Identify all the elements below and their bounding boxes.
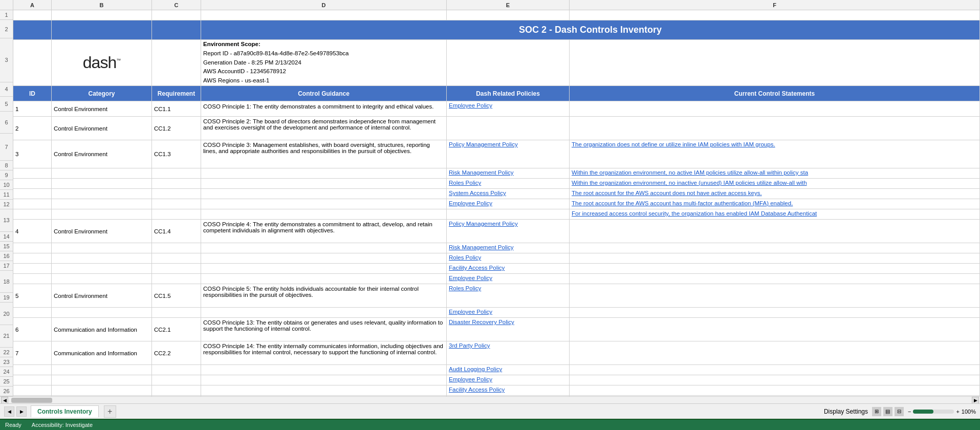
scroll-thumb[interactable] xyxy=(11,398,52,403)
stmt-link-3-1[interactable]: Within the organization environment, no … xyxy=(572,169,808,176)
cell-d12 xyxy=(201,209,447,219)
row-num-9: 9 xyxy=(0,170,13,180)
cell-stmt-3-1: Within the organization environment, no … xyxy=(570,168,980,178)
cell-d17 xyxy=(201,274,447,284)
cell-policy-4-3: Facility Access Policy xyxy=(447,264,570,273)
page-break-icon[interactable]: ⊟ xyxy=(895,407,904,416)
zoom-out-btn[interactable]: − xyxy=(908,408,911,415)
cell-c24 xyxy=(152,385,201,395)
header-control-guidance: Control Guidance xyxy=(201,86,447,101)
policy-link-3-4[interactable]: Employee Policy xyxy=(449,200,492,206)
policy-link-3-1[interactable]: Risk Management Policy xyxy=(449,169,514,176)
cell-cat-7: Communication and Information xyxy=(52,341,152,364)
policy-link-5-0[interactable]: Roles Policy xyxy=(449,285,481,291)
policy-link-7-0[interactable]: 3rd Party Policy xyxy=(449,342,490,349)
cell-guid-7: COSO Principle 14: The entity internally… xyxy=(201,341,447,364)
policy-link-4-1[interactable]: Risk Management Policy xyxy=(449,244,514,250)
header-category: Category xyxy=(52,86,152,101)
header-id: ID xyxy=(13,86,52,101)
col-header-f[interactable]: F xyxy=(570,0,980,10)
policy-link-4-4[interactable]: Employee Policy xyxy=(449,275,492,281)
policy-link-4-0[interactable]: Policy Management Policy xyxy=(449,221,518,227)
grid-row-7: 3 Control Environment CC1.3 COSO Princip… xyxy=(13,140,980,168)
row-num-16: 16 xyxy=(0,251,13,261)
env-gen-date: Generation Date - 8:25 PM 2/13/2024 xyxy=(203,58,349,68)
policy-link-7-1[interactable]: Audit Logging Policy xyxy=(449,366,502,372)
horizontal-scroll[interactable]: ◀ ▶ xyxy=(0,396,980,403)
cell-cat-2: Control Environment xyxy=(52,117,152,140)
cell-cat-3: Control Environment xyxy=(52,140,152,168)
cell-req-1: CC1.1 xyxy=(152,101,201,116)
policy-link-3-2[interactable]: Roles Policy xyxy=(449,180,481,186)
cell-req-7: CC2.2 xyxy=(152,341,201,364)
cell-policy-4-1: Risk Management Policy xyxy=(447,243,570,253)
policy-link-7-3[interactable]: Facility Access Policy xyxy=(449,386,505,393)
cell-id-1: 1 xyxy=(13,101,52,116)
cell-req-5: CC1.5 xyxy=(152,284,201,307)
cell-id-5: 5 xyxy=(13,284,52,307)
scroll-left-btn[interactable]: ◀ xyxy=(1,397,8,404)
controls-inventory-tab[interactable]: Controls Inventory xyxy=(31,405,99,417)
col-header-b[interactable]: B xyxy=(52,0,152,10)
grid-row-18: 5 Control Environment CC1.5 COSO Princip… xyxy=(13,284,980,308)
row-num-2: 2 xyxy=(0,20,13,38)
col-header-c[interactable]: C xyxy=(152,0,201,10)
policy-link-4-2[interactable]: Roles Policy xyxy=(449,254,481,261)
env-scope-cell: Environment Scope: Report ID - a87a90c89… xyxy=(201,40,447,85)
cell-c14 xyxy=(152,243,201,253)
cell-policy-4-4: Employee Policy xyxy=(447,274,570,284)
cell-policy-7-2: Employee Policy xyxy=(447,375,570,385)
cell-d14 xyxy=(201,243,447,253)
cell-stmt-3-3: The root account for the AWS account doe… xyxy=(570,189,980,199)
cell-stmt-7 xyxy=(570,341,980,364)
stmt-link-3-5[interactable]: For increased access control security, t… xyxy=(572,210,817,217)
col-header-d[interactable]: D xyxy=(201,0,447,10)
col-header-a[interactable]: A xyxy=(13,0,52,10)
stmt-link-3-4[interactable]: The root account for the AWS account has… xyxy=(572,200,793,206)
cell-guid-5: COSO Principle 5: The entity holds indiv… xyxy=(201,284,447,307)
cell-a12 xyxy=(13,209,52,219)
policy-link-4-3[interactable]: Facility Access Policy xyxy=(449,265,505,271)
zoom-in-btn[interactable]: + xyxy=(956,408,959,415)
cell-c3 xyxy=(152,40,201,85)
col-header-e[interactable]: E xyxy=(447,0,570,10)
page-layout-icon[interactable]: ▤ xyxy=(883,407,892,416)
policy-link-3-3[interactable]: System Access Policy xyxy=(449,190,506,196)
cell-a23 xyxy=(13,375,52,385)
policy-link-6-0[interactable]: Disaster Recovery Policy xyxy=(449,319,514,325)
spreadsheet-app: A B C D E F 1 2 3 4 5 6 7 8 9 10 11 12 1… xyxy=(0,0,980,430)
stmt-link-3-3[interactable]: The root account for the AWS account doe… xyxy=(572,190,762,196)
grid-row-4: ID Category Requirement Control Guidance… xyxy=(13,86,980,101)
logo: dash™ xyxy=(83,53,120,72)
policy-link-3-0[interactable]: Policy Management Policy xyxy=(449,141,518,147)
sheet-nav-prev[interactable]: ◀ xyxy=(4,406,14,417)
stmt-link-3-2[interactable]: Within the organization environment, no … xyxy=(572,180,807,186)
env-aws-account: AWS AccountID - 12345678912 xyxy=(203,67,349,76)
cell-c19 xyxy=(152,308,201,317)
grid-row-8: Risk Management Policy Within the organi… xyxy=(13,168,980,179)
cell-a2 xyxy=(13,20,52,39)
zoom-control: − + 100% xyxy=(908,408,976,415)
cell-policy-5-0: Roles Policy xyxy=(447,284,570,307)
row-num-25: 25 xyxy=(0,377,13,386)
cell-f24 xyxy=(570,385,980,395)
display-settings-label[interactable]: Display Settings xyxy=(824,408,868,415)
zoom-slider[interactable] xyxy=(913,410,954,414)
policy-link-7-2[interactable]: Employee Policy xyxy=(449,376,492,382)
cell-cat-6: Communication and Information xyxy=(52,318,152,341)
scroll-right-btn[interactable]: ▶ xyxy=(972,397,979,404)
add-sheet-button[interactable]: + xyxy=(104,405,116,418)
cell-a15 xyxy=(13,253,52,263)
cell-policy-7-3: Facility Access Policy xyxy=(447,385,570,395)
view-icons: ⊞ ▤ ⊟ xyxy=(872,407,904,416)
cell-b15 xyxy=(52,253,152,263)
policy-link-1-0[interactable]: Employee Policy xyxy=(449,102,492,109)
cell-a16 xyxy=(13,264,52,273)
policy-link-5-1[interactable]: Employee Policy xyxy=(449,309,492,315)
stmt-link-3-0[interactable]: The organization does not define or util… xyxy=(572,141,775,147)
sheet-nav-next[interactable]: ▶ xyxy=(16,406,27,417)
row-num-5: 5 xyxy=(0,97,13,112)
normal-view-icon[interactable]: ⊞ xyxy=(872,407,881,416)
row-num-1: 1 xyxy=(0,10,13,20)
row-num-17: 17 xyxy=(0,261,13,271)
